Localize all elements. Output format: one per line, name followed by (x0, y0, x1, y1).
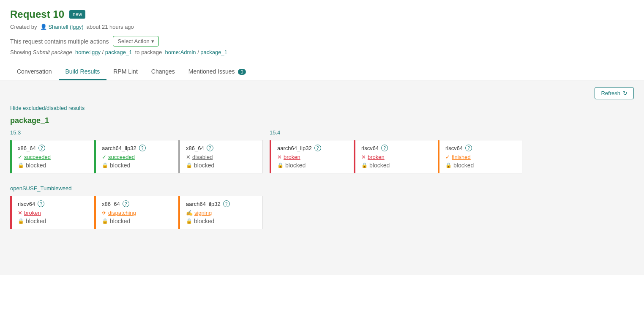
lock-icon: 🔒 (361, 162, 368, 168)
mentioned-issues-badge: 0 (238, 69, 246, 75)
version-group-15.4: 15.4 aarch64_ilp32 ? ✕ broken 🔒 (270, 129, 522, 173)
arch-name: x86_64 (102, 201, 120, 207)
arch-header: riscv64 ? (361, 145, 432, 151)
status-link[interactable]: broken (24, 210, 41, 216)
sub-status-text: blocked (110, 218, 130, 224)
dest-link1[interactable]: home:Admin (165, 49, 196, 55)
content-area: Refresh ↻ Hide excluded/disabled results… (0, 80, 644, 275)
status-link[interactable]: signing (194, 210, 212, 216)
sub-status-text: blocked (369, 162, 390, 169)
status-icon: ✍ (186, 210, 193, 216)
arch-header: aarch64_ilp32 ? (186, 200, 257, 207)
sub-status-row: 🔒 blocked (102, 218, 172, 224)
status-link[interactable]: dispatching (108, 210, 136, 216)
status-row: ✕ broken (361, 154, 432, 160)
status-link[interactable]: finished (452, 154, 471, 160)
time-ago: about 21 hours ago (87, 24, 134, 30)
status-link[interactable]: disabled (192, 154, 213, 160)
source-link1[interactable]: home:lggy (75, 49, 101, 55)
sub-status-text: blocked (26, 218, 46, 224)
hide-excluded-link[interactable]: Hide excluded/disabled results (10, 105, 85, 111)
help-icon[interactable]: ? (207, 145, 213, 151)
tabs-bar: Conversation Build Results RPM Lint Chan… (0, 64, 644, 80)
status-icon: ✈ (102, 210, 106, 216)
version-group-tumbleweed: openSUSE_Tumbleweed riscv64 ? ✕ broken 🔒… (10, 185, 634, 229)
arch-name: riscv64 (361, 145, 379, 151)
showing-prefix: Showing (10, 49, 31, 55)
status-link[interactable]: succeeded (108, 154, 135, 160)
action-row: This request contains multiple actions S… (10, 36, 634, 47)
to-text: to package (135, 49, 162, 55)
sep1: / (102, 49, 105, 55)
header-section: Request 10 new Created by 👤 Shantell (lg… (0, 0, 644, 60)
showing-action: Submit package (33, 49, 72, 55)
arch-name: x86_64 (186, 145, 204, 151)
help-icon[interactable]: ? (38, 200, 44, 207)
sub-status-text: blocked (453, 162, 474, 169)
status-row: ✓ succeeded (102, 154, 172, 160)
tab-mentioned-issues[interactable]: Mentioned Issues 0 (182, 64, 253, 80)
status-icon: ✕ (186, 154, 191, 160)
arch-card: x86_64 ? ✓ succeeded 🔒 blocked (10, 140, 95, 173)
arch-card: riscv64 ? ✓ finished 🔒 blocked (438, 140, 522, 173)
versions-row: 15.3 x86_64 ? ✓ succeeded 🔒 (10, 129, 634, 182)
arch-name: aarch64_ilp32 (277, 145, 312, 151)
lock-icon: 🔒 (18, 218, 24, 224)
help-icon[interactable]: ? (38, 145, 45, 151)
status-icon: ✕ (18, 210, 22, 216)
lock-icon: 🔒 (445, 162, 452, 168)
status-link[interactable]: broken (284, 154, 300, 160)
version-group-15.3: 15.3 x86_64 ? ✓ succeeded 🔒 (10, 129, 263, 173)
chevron-down-icon: ▾ (151, 38, 154, 44)
page-wrapper: Request 10 new Created by 👤 Shantell (lg… (0, 0, 644, 312)
author-avatar-icon: 👤 (40, 24, 47, 30)
sub-status-text: blocked (194, 218, 214, 224)
tab-build-results[interactable]: Build Results (59, 64, 107, 80)
arch-card: aarch64_ilp32 ? ✍ signing 🔒 blocked (178, 196, 263, 229)
status-row: ✕ broken (277, 154, 348, 160)
help-icon[interactable]: ? (314, 145, 321, 151)
sub-status-row: 🔒 blocked (445, 162, 516, 169)
lock-icon: 🔒 (102, 218, 108, 224)
arch-cards-tumbleweed: riscv64 ? ✕ broken 🔒 blocked x86_6 (10, 196, 634, 229)
refresh-label: Refresh (601, 90, 620, 96)
arch-name: x86_64 (18, 145, 36, 151)
dest-link2[interactable]: package_1 (200, 49, 227, 55)
status-link[interactable]: succeeded (24, 154, 51, 160)
arch-header: riscv64 ? (445, 145, 516, 151)
help-icon[interactable]: ? (465, 145, 472, 151)
help-icon[interactable]: ? (139, 145, 146, 151)
select-action-button[interactable]: Select Action ▾ (113, 36, 158, 47)
arch-name: riscv64 (18, 201, 35, 207)
help-icon[interactable]: ? (123, 200, 129, 207)
toolbar: Refresh ↻ (10, 87, 634, 99)
status-row: ✍ signing (186, 210, 257, 216)
status-icon: ✕ (361, 154, 366, 160)
sub-status-row: 🔒 blocked (186, 162, 257, 169)
status-row: ✈ dispatching (102, 210, 172, 216)
arch-name: aarch64_ilp32 (186, 201, 221, 207)
status-row: ✓ finished (445, 154, 516, 160)
tab-rpm-lint[interactable]: RPM Lint (106, 64, 145, 80)
page-title: Request 10 (10, 8, 64, 20)
status-icon: ✓ (445, 154, 450, 160)
arch-card: x86_64 ? ✈ dispatching 🔒 blocked (94, 196, 179, 229)
request-title-row: Request 10 new (10, 8, 634, 20)
help-icon[interactable]: ? (223, 200, 230, 207)
author-link[interactable]: Shantell (lggy) (48, 24, 83, 30)
tab-changes[interactable]: Changes (145, 64, 182, 80)
help-icon[interactable]: ? (381, 145, 388, 151)
sub-status-row: 🔒 blocked (18, 162, 88, 169)
status-link[interactable]: broken (368, 154, 385, 160)
arch-cards-15.3: x86_64 ? ✓ succeeded 🔒 blocked (10, 140, 263, 173)
tab-conversation[interactable]: Conversation (10, 64, 59, 80)
sub-status-text: blocked (285, 162, 306, 169)
arch-header: x86_64 ? (102, 200, 172, 207)
status-icon: ✓ (18, 154, 22, 160)
mentioned-issues-label: Mentioned Issues (188, 68, 235, 75)
source-link2[interactable]: package_1 (105, 49, 132, 55)
arch-header: aarch64_ilp32 ? (102, 145, 172, 151)
arch-name: aarch64_ilp32 (102, 145, 136, 151)
refresh-button[interactable]: Refresh ↻ (595, 87, 634, 99)
created-prefix: Created by (10, 24, 37, 30)
